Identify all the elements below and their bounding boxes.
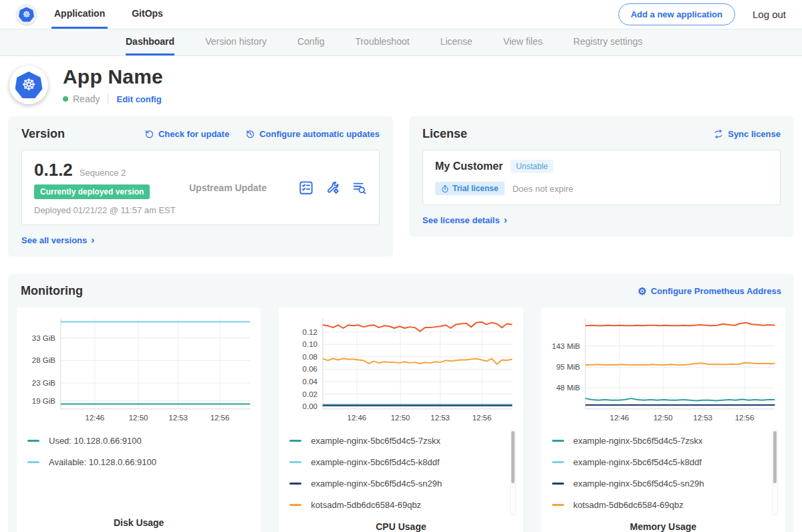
legend-label: kotsadm-5db6dc6584-69qbz	[311, 500, 421, 510]
check-for-update-link[interactable]: Check for update	[144, 129, 229, 139]
tab-registry-settings[interactable]: Registry settings	[573, 29, 642, 55]
channel-badge: Unstable	[511, 160, 553, 173]
svg-text:0.00: 0.00	[303, 402, 317, 410]
legend-label: example-nginx-5bc6f5d4c5-7zskx	[573, 436, 703, 446]
sync-arrows-icon	[713, 129, 724, 139]
svg-text:0.06: 0.06	[303, 365, 317, 373]
stopwatch-icon	[441, 184, 449, 193]
legend-color-dash	[27, 440, 39, 442]
chart-plot-svg: 143 MiB95 MiB48 MiB12:4612:5012:5312:56	[544, 311, 783, 426]
chart-title: CPU Usage	[279, 521, 523, 532]
legend-label: example-nginx-5bc6f5d4c5-sn29h	[311, 479, 442, 489]
legend-item: kotsadm-5db6dc6584-69qbz	[289, 500, 523, 510]
legend-color-dash	[289, 440, 301, 442]
legend-item: example-nginx-5bc6f5d4c5-sn29h	[552, 479, 785, 489]
brand-logo[interactable]: ☸	[16, 0, 37, 29]
edit-config-link[interactable]: Edit config	[116, 94, 161, 104]
clock-refresh-icon	[245, 129, 255, 139]
deploy-logs-icon[interactable]	[352, 180, 367, 195]
svg-text:12:50: 12:50	[129, 414, 148, 422]
version-card-title: Version	[21, 127, 65, 141]
svg-text:12:50: 12:50	[653, 414, 672, 422]
svg-text:95 MiB: 95 MiB	[556, 363, 580, 371]
tab-config[interactable]: Config	[297, 29, 324, 55]
memory-usage-chart-card: 143 MiB95 MiB48 MiB12:4612:5012:5312:56 …	[541, 307, 785, 532]
legend-item: example-nginx-5bc6f5d4c5-sn29h	[289, 479, 523, 489]
gear-icon: ⚙	[638, 286, 646, 296]
license-card-title: License	[422, 127, 467, 141]
svg-text:12:53: 12:53	[168, 414, 188, 422]
chevron-right-icon: ›	[504, 214, 507, 225]
svg-text:28 GiB: 28 GiB	[32, 356, 55, 364]
svg-text:0.10: 0.10	[303, 340, 317, 348]
top-nav-bar: ☸ Application GitOps Add a new applicati…	[0, 0, 802, 29]
legend-color-dash	[552, 440, 564, 442]
svg-text:23 GiB: 23 GiB	[32, 379, 55, 387]
legend-item: Available: 10.128.0.66:9100	[27, 457, 261, 467]
customer-name: My Customer	[435, 160, 503, 172]
see-license-details-link[interactable]: See license details›	[422, 215, 507, 226]
configure-automatic-updates-link[interactable]: Configure automatic updates	[245, 129, 380, 139]
monitoring-section: Monitoring ⚙ Configure Prometheus Addres…	[8, 274, 794, 532]
svg-text:12:46: 12:46	[348, 414, 367, 422]
app-avatar: ☸	[9, 65, 48, 104]
tab-dashboard[interactable]: Dashboard	[126, 29, 174, 55]
config-wrench-icon[interactable]	[325, 180, 340, 195]
license-expiry-text: Does not expire	[513, 184, 573, 194]
tab-application[interactable]: Application	[51, 0, 108, 29]
configure-prometheus-link[interactable]: ⚙ Configure Prometheus Address	[638, 286, 781, 296]
memory-usage-legend: example-nginx-5bc6f5d4c5-7zskxexample-ng…	[541, 436, 785, 521]
tab-view-files[interactable]: View files	[503, 29, 543, 55]
chevron-right-icon: ›	[91, 234, 94, 245]
version-source-label: Upstream Update	[189, 182, 267, 193]
legend-item: kotsadm-5db6dc6584-69qbz	[552, 500, 785, 510]
svg-text:12:56: 12:56	[734, 414, 754, 422]
tab-gitops[interactable]: GitOps	[129, 0, 166, 29]
add-application-button[interactable]: Add a new application	[618, 3, 735, 25]
topnav-spacer	[187, 0, 618, 29]
cpu-usage-legend: example-nginx-5bc6f5d4c5-7zskxexample-ng…	[279, 436, 523, 521]
legend-color-dash	[552, 461, 564, 463]
svg-text:0.08: 0.08	[303, 353, 317, 361]
svg-text:12:50: 12:50	[391, 414, 410, 422]
version-number: 0.1.2	[34, 160, 73, 180]
svg-text:12:53: 12:53	[431, 414, 450, 422]
legend-scrollbar-thumb[interactable]	[773, 431, 777, 483]
legend-color-dash	[289, 504, 301, 506]
disk-usage-legend: Used: 10.128.0.66:9100Available: 10.128.…	[17, 436, 261, 479]
cpu-usage-plot: 0.120.100.080.060.040.020.0012:4612:5012…	[279, 311, 523, 429]
svg-text:12:56: 12:56	[211, 414, 230, 422]
svg-text:0.02: 0.02	[303, 390, 317, 398]
kubernetes-icon: ☸	[19, 7, 34, 22]
legend-label: kotsadm-5db6dc6584-69qbz	[573, 500, 684, 510]
legend-item: example-nginx-5bc6f5d4c5-7zskx	[552, 436, 785, 446]
legend-scrollbar[interactable]	[510, 429, 516, 516]
svg-text:12:46: 12:46	[610, 414, 629, 422]
logout-link[interactable]: Log out	[753, 0, 786, 29]
monitoring-title: Monitoring	[21, 284, 83, 298]
sync-license-link[interactable]: Sync license	[713, 129, 781, 139]
svg-text:33 GiB: 33 GiB	[32, 334, 55, 342]
legend-color-dash	[27, 461, 39, 463]
svg-text:19 GiB: 19 GiB	[32, 397, 55, 405]
status-dot-icon	[63, 96, 68, 102]
legend-label: example-nginx-5bc6f5d4c5-7zskx	[311, 436, 440, 446]
legend-label: example-nginx-5bc6f5d4c5-sn29h	[573, 479, 704, 489]
chart-title: Memory Usage	[541, 521, 785, 532]
deployed-badge: Currently deployed version	[34, 184, 150, 199]
legend-label: example-nginx-5bc6f5d4c5-k8ddf	[573, 457, 702, 467]
see-all-versions-link[interactable]: See all versions›	[21, 235, 94, 246]
tab-version-history[interactable]: Version history	[205, 29, 267, 55]
license-card: License Sync license My Customer Unstabl…	[409, 116, 794, 237]
chart-plot-svg: 33 GiB28 GiB23 GiB19 GiB12:4612:5012:531…	[19, 311, 258, 426]
preflight-checks-icon[interactable]	[299, 180, 313, 195]
version-sequence: Sequence 2	[80, 168, 126, 178]
tab-license[interactable]: License	[440, 29, 473, 55]
legend-scrollbar-thumb[interactable]	[511, 431, 515, 483]
legend-item: example-nginx-5bc6f5d4c5-7zskx	[289, 436, 523, 446]
page-title: App Name	[63, 65, 163, 88]
legend-scrollbar[interactable]	[772, 429, 778, 516]
disk-usage-plot: 33 GiB28 GiB23 GiB19 GiB12:4612:5012:531…	[17, 311, 261, 429]
tab-troubleshoot[interactable]: Troubleshoot	[355, 29, 409, 55]
svg-text:0.12: 0.12	[303, 328, 317, 336]
